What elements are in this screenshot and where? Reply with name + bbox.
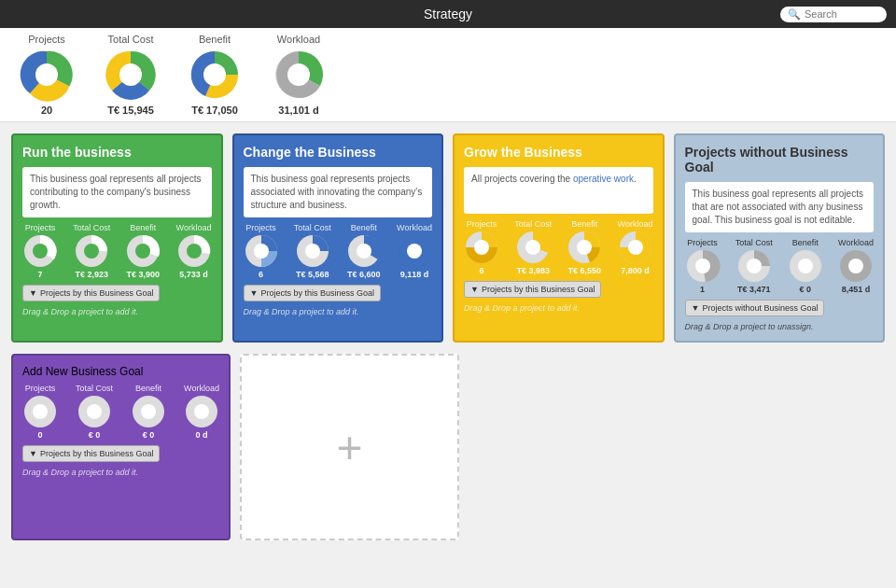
topbar-title: Strategy bbox=[424, 7, 472, 21]
card-no-goal-desc: This business goal represents all projec… bbox=[685, 182, 875, 232]
no-goal-workload-pie bbox=[838, 248, 874, 284]
filter-icon: ▼ bbox=[692, 303, 700, 313]
svg-point-45 bbox=[141, 404, 156, 419]
no-goal-filter-button[interactable]: ▼ Projects without Business Goal bbox=[685, 300, 825, 316]
svg-point-15 bbox=[187, 244, 202, 259]
change-benefit-pie bbox=[346, 233, 382, 269]
summary-cost: Total Cost T€ 15,945 bbox=[103, 34, 159, 116]
summary-projects-value: 20 bbox=[41, 105, 52, 116]
card-grow-title: Grow the Business bbox=[464, 145, 653, 160]
stat-cost: Total Cost T€ 2,923 bbox=[73, 223, 110, 279]
svg-point-9 bbox=[33, 244, 48, 259]
grow-filter-button[interactable]: ▼ Projects by this Business Goal bbox=[464, 281, 601, 298]
stat-cost: Total Cost T€ 5,568 bbox=[294, 223, 331, 279]
stat-workload: Workload 9,118 d bbox=[397, 223, 432, 279]
svg-point-19 bbox=[305, 244, 320, 259]
change-workload-pie bbox=[397, 233, 432, 269]
svg-point-31 bbox=[628, 240, 643, 255]
grow-projects-pie bbox=[464, 230, 499, 265]
card-grow-business: Grow the Business All projects covering … bbox=[453, 133, 665, 343]
stat-benefit: Benefit T€ 6,600 bbox=[346, 223, 382, 279]
svg-point-17 bbox=[254, 244, 269, 259]
card-add-title: Add New Business Goal bbox=[22, 365, 219, 378]
stat-benefit: Benefit € 0 bbox=[131, 384, 166, 440]
add-projects-pie bbox=[22, 394, 58, 429]
card-change-business: Change the Business This business goal r… bbox=[232, 133, 444, 343]
svg-point-21 bbox=[357, 244, 371, 259]
svg-point-43 bbox=[87, 404, 102, 419]
add-drag-hint: Drag & Drop a project to add it. bbox=[22, 468, 219, 477]
card-no-goal-stats: Projects 1 Total Cost T€ 3,471 bbox=[685, 238, 875, 294]
svg-point-35 bbox=[747, 259, 762, 273]
svg-point-3 bbox=[119, 63, 142, 86]
grow-cost-pie bbox=[515, 230, 551, 265]
run-cost-pie bbox=[74, 233, 109, 269]
no-goal-drag-hint: Drag & Drop a project to unassign. bbox=[685, 322, 875, 331]
svg-point-1 bbox=[35, 63, 58, 86]
summary-cost-pie bbox=[103, 47, 159, 103]
summary-workload: Workload 31,101 d bbox=[271, 34, 327, 116]
add-workload-pie bbox=[184, 394, 219, 429]
stat-projects: Projects 7 bbox=[22, 223, 58, 279]
stat-benefit: Benefit T€ 3,900 bbox=[125, 223, 161, 279]
grow-benefit-pie bbox=[567, 230, 602, 265]
summary-projects-pie bbox=[19, 47, 75, 103]
stat-projects: Projects 1 bbox=[685, 238, 721, 294]
svg-point-23 bbox=[407, 244, 422, 259]
plus-icon[interactable]: + bbox=[336, 422, 362, 473]
summary-workload-value: 31,101 d bbox=[278, 105, 318, 116]
filter-icon: ▼ bbox=[29, 449, 37, 458]
search-input[interactable] bbox=[805, 8, 879, 20]
stat-workload: Workload 0 d bbox=[184, 384, 219, 440]
filter-icon: ▼ bbox=[250, 288, 259, 298]
grow-drag-hint: Drag & Drop a project to add it. bbox=[464, 303, 653, 313]
summary-benefit-label: Benefit bbox=[199, 34, 231, 45]
change-cost-pie bbox=[295, 233, 330, 269]
run-projects-pie bbox=[22, 233, 58, 269]
stat-projects: Projects 6 bbox=[464, 219, 499, 275]
run-filter-button[interactable]: ▼ Projects by this Business Goal bbox=[22, 285, 160, 301]
summary-benefit-pie bbox=[187, 47, 243, 103]
stat-benefit: Benefit € 0 bbox=[788, 238, 823, 294]
main-content: Run the business This business goal repr… bbox=[0, 122, 896, 552]
svg-point-13 bbox=[135, 244, 150, 259]
svg-point-27 bbox=[525, 240, 540, 255]
no-goal-projects-pie bbox=[685, 248, 721, 284]
run-benefit-pie bbox=[125, 233, 161, 269]
svg-point-39 bbox=[848, 259, 863, 273]
cards-row-1: Run the business This business goal repr… bbox=[11, 133, 885, 343]
operative-link[interactable]: operative work bbox=[573, 174, 634, 184]
card-run-desc: This business goal represents all projec… bbox=[22, 167, 212, 217]
svg-point-47 bbox=[194, 404, 209, 419]
add-filter-button[interactable]: ▼ Projects by this Business Goal bbox=[22, 445, 160, 462]
svg-point-29 bbox=[577, 240, 592, 255]
add-benefit-pie bbox=[131, 394, 166, 429]
card-add-new: Add New Business Goal Projects 0 Total C… bbox=[11, 354, 231, 540]
card-change-desc: This business goal represents projects a… bbox=[244, 167, 433, 217]
search-box[interactable]: 🔍 bbox=[780, 7, 887, 22]
svg-point-41 bbox=[33, 404, 48, 419]
add-cost-pie bbox=[77, 394, 112, 429]
add-new-area[interactable]: + bbox=[240, 354, 459, 540]
search-icon: 🔍 bbox=[788, 8, 801, 21]
stat-projects: Projects 0 bbox=[22, 384, 58, 440]
stat-workload: Workload 8,451 d bbox=[838, 238, 874, 294]
run-workload-pie bbox=[176, 233, 212, 269]
stat-cost: Total Cost € 0 bbox=[76, 384, 113, 440]
summary-workload-pie bbox=[271, 47, 327, 103]
stat-projects: Projects 6 bbox=[244, 223, 279, 279]
no-goal-cost-pie bbox=[736, 248, 772, 284]
card-no-goal-title: Projects without Business Goal bbox=[685, 145, 875, 175]
summary-cost-label: Total Cost bbox=[108, 34, 154, 45]
stat-benefit: Benefit T€ 6,550 bbox=[567, 219, 602, 275]
stat-workload: Workload 7,800 d bbox=[618, 219, 653, 275]
filter-icon: ▼ bbox=[29, 288, 37, 298]
card-change-title: Change the Business bbox=[244, 145, 433, 160]
change-filter-button[interactable]: ▼ Projects by this Business Goal bbox=[244, 285, 381, 301]
stat-workload: Workload 5,733 d bbox=[176, 223, 212, 279]
card-run-title: Run the business bbox=[22, 145, 212, 160]
svg-point-25 bbox=[474, 240, 489, 255]
card-grow-desc: All projects covering the operative work… bbox=[464, 167, 653, 214]
run-drag-hint: Drag & Drop a project to add it. bbox=[22, 307, 212, 316]
summary-benefit: Benefit T€ 17,050 bbox=[187, 34, 243, 116]
